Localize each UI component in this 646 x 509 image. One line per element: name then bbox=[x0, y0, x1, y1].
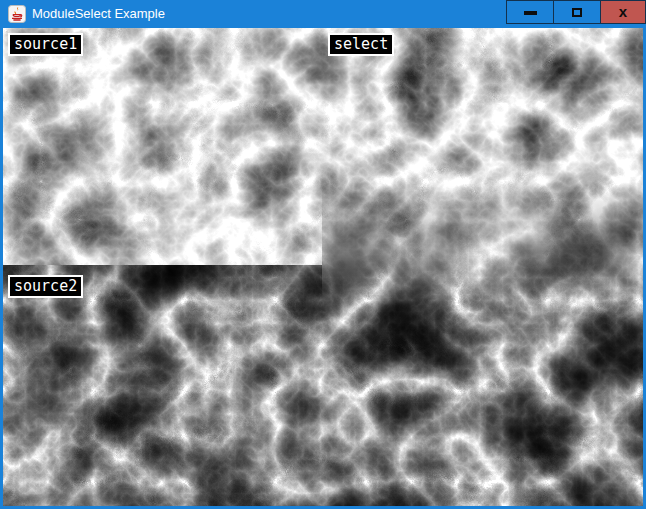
source1-image bbox=[3, 28, 322, 265]
label-select: select bbox=[328, 33, 394, 56]
close-button[interactable]: x bbox=[600, 0, 646, 24]
render-area: source1 select source2 bbox=[3, 28, 643, 506]
close-icon: x bbox=[619, 2, 627, 22]
maximize-button[interactable] bbox=[553, 0, 601, 24]
source2-image bbox=[3, 265, 322, 506]
label-source2: source2 bbox=[8, 275, 83, 298]
window-controls: x bbox=[507, 0, 646, 24]
maximize-icon bbox=[572, 8, 582, 17]
titlebar[interactable]: ModuleSelect Example x bbox=[0, 0, 646, 28]
minimize-icon bbox=[524, 11, 537, 15]
label-source1: source1 bbox=[8, 33, 83, 56]
minimize-button[interactable] bbox=[506, 0, 554, 24]
java-coffee-cup-icon bbox=[8, 5, 26, 23]
noise-canvas bbox=[3, 28, 643, 506]
app-window: ModuleSelect Example x bbox=[0, 0, 646, 509]
window-title: ModuleSelect Example bbox=[32, 0, 165, 28]
